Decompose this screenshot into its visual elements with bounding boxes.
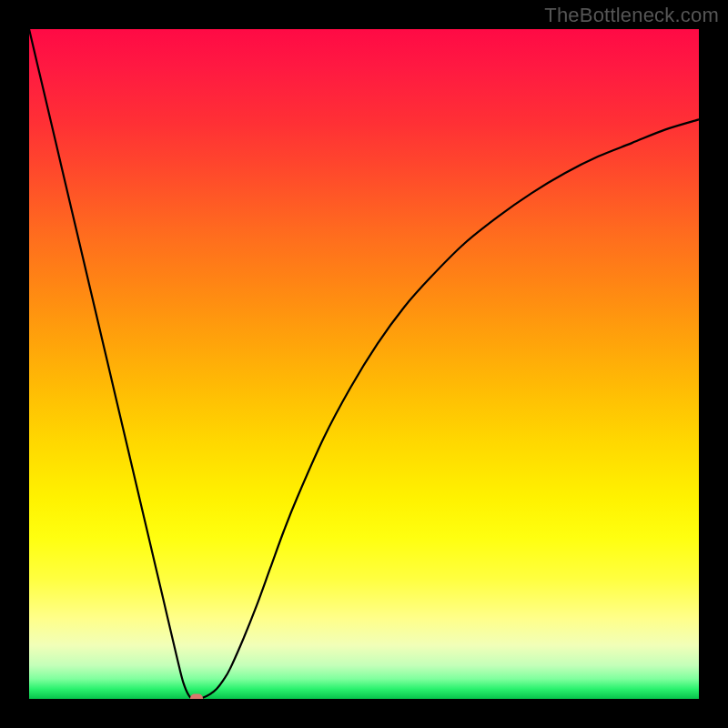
chart-frame: TheBottleneck.com bbox=[0, 0, 728, 728]
watermark-text: TheBottleneck.com bbox=[544, 4, 719, 27]
bottleneck-curve bbox=[29, 29, 699, 699]
optimal-point-marker bbox=[190, 694, 203, 700]
plot-area bbox=[29, 29, 699, 699]
